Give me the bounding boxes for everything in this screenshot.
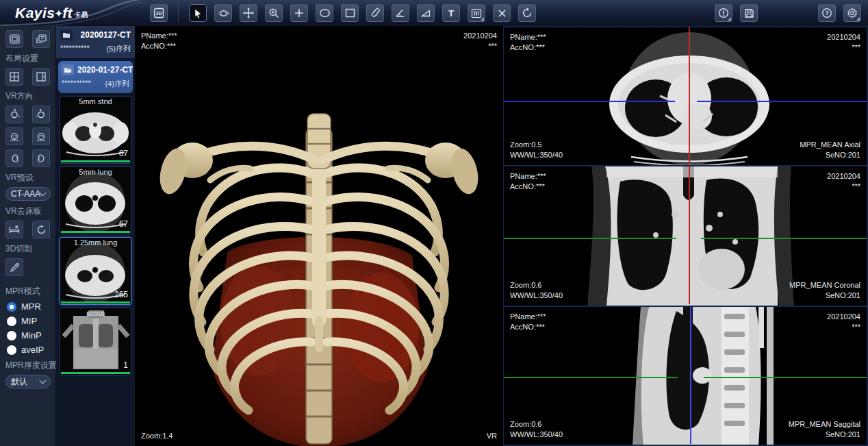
settings-button[interactable]: [843, 4, 861, 22]
vr-rotate-left-button[interactable]: [5, 106, 23, 123]
axial-crosshair-vertical[interactable]: [689, 27, 690, 164]
mpr-overlay-topleft: PName:*** AccNO:***: [510, 312, 546, 332]
logo-cn-text: 卡易: [74, 10, 88, 20]
series-number: SeNO:201: [800, 150, 860, 160]
zoom-tool-button[interactable]: [265, 4, 283, 22]
rotate-3d-button[interactable]: [214, 4, 232, 22]
series-thumbnail[interactable]: 5mm stnd 67: [60, 96, 131, 164]
mpr-plane-label: MPR_MEAN Axial: [800, 140, 860, 150]
report-info-button[interactable]: [715, 4, 732, 22]
series-thumbnail-selected[interactable]: 1.25mm lung 265: [60, 237, 131, 305]
radio-label: aveIP: [21, 345, 44, 355]
reset-view-button[interactable]: [518, 4, 536, 22]
vr-rotate-right-button[interactable]: [32, 106, 50, 123]
mpr-axial-viewport[interactable]: PName:*** AccNO:*** 20210204 *** Zoom:0.…: [503, 26, 868, 166]
grid-2x2-icon: [10, 72, 19, 82]
thumbnail-label: 5mm stnd: [60, 97, 131, 106]
masked-value: ***: [827, 182, 860, 192]
thumbnail-progress-bar: [61, 372, 130, 374]
study-item[interactable]: 20200127-CT ********** (5)序列: [56, 26, 135, 59]
zoom-icon: [268, 8, 279, 18]
accession-number: AccNO:***: [510, 42, 546, 53]
window-level-button[interactable]: [290, 4, 308, 22]
window-level: WW/WL:350/40: [510, 150, 563, 160]
coronal-crosshair-vertical[interactable]: [689, 166, 690, 304]
ellipse-tool-button[interactable]: [316, 4, 333, 22]
rectangle-icon: [345, 8, 355, 18]
radio-label: MinP: [21, 330, 42, 340]
series-thumbnail[interactable]: 5mm lung 67: [60, 166, 131, 234]
mpr-mode-radio-mpr[interactable]: MPR: [7, 301, 50, 312]
report-info-icon: [718, 8, 729, 18]
app-window: Kayis✦ft 卡易 2D: [0, 0, 868, 446]
axial-crosshair-horizontal[interactable]: [504, 101, 675, 102]
vr-left-view-icon: [10, 153, 20, 164]
mpr-overlay-bottomleft: Zoom:0.6 WW/WL:350/40: [510, 280, 563, 301]
pan-tool-button[interactable]: [240, 4, 257, 22]
rectangle-tool-button[interactable]: [341, 4, 359, 22]
thumbnail-label: scout: [60, 309, 131, 317]
save-disk-icon: [744, 8, 754, 18]
pointer-tool-button[interactable]: [189, 4, 207, 22]
vr-front-view-button[interactable]: [5, 127, 23, 145]
radio-checked-icon: [7, 302, 16, 312]
logo-text: ft: [62, 5, 73, 21]
grid-layout-button[interactable]: [5, 68, 23, 86]
study-date: 20210204: [827, 312, 860, 322]
patient-name: PName:***: [510, 312, 546, 322]
sagittal-crosshair-vertical[interactable]: [690, 307, 691, 444]
mpr-thickness-select[interactable]: 默认: [5, 375, 51, 388]
study-date: 20210204: [463, 31, 497, 41]
help-button[interactable]: ?: [818, 4, 836, 22]
remove-bed-button[interactable]: [5, 221, 23, 238]
axial-crosshair-horizontal[interactable]: [697, 101, 867, 102]
angle-tool-button[interactable]: [392, 4, 409, 22]
vr-right-view-button[interactable]: [32, 149, 50, 167]
patient-name: PName:***: [510, 171, 546, 182]
sagittal-crosshair-horizontal[interactable]: [504, 377, 678, 378]
vr-back-view-button[interactable]: [32, 127, 50, 145]
vr-bed-removal-label: VR去床板: [5, 206, 50, 217]
mpr-thickness-value: 默认: [11, 376, 40, 388]
save-button[interactable]: [740, 4, 758, 22]
masked-value: ***: [827, 322, 860, 332]
text-annotation-button[interactable]: T: [442, 4, 460, 22]
mpr-sagittal-viewport[interactable]: PName:*** AccNO:*** 20210204 *** Zoom:0.…: [503, 306, 868, 446]
series-thumbnail[interactable]: scout 1: [60, 308, 131, 375]
vr-mode-label: VR: [487, 431, 497, 441]
split-layout-button[interactable]: [32, 68, 50, 86]
delete-annotation-button[interactable]: [493, 4, 511, 22]
zoom-factor: Zoom:0.6: [510, 280, 563, 290]
mpr-mode-radio-mip[interactable]: MIP: [7, 316, 50, 326]
vr-viewport[interactable]: PName:*** AccNO:*** 20210204 *** Zoom:1.…: [135, 26, 503, 446]
cobb-angle-button[interactable]: [417, 4, 435, 22]
radio-label: MPR: [21, 301, 41, 312]
mpr-thickness-label: MPR厚度设置: [5, 360, 50, 371]
zoom-factor: Zoom:0.6: [510, 419, 563, 430]
thumbnail-label: 5mm lung: [60, 168, 131, 176]
logo-text: Kayis: [15, 5, 55, 21]
bed-reset-button[interactable]: [32, 221, 50, 238]
radio-icon: [7, 331, 16, 340]
sagittal-crosshair-horizontal[interactable]: [704, 377, 867, 378]
series-panel: 20200127-CT ********** (5)序列 2020-01-27-…: [56, 26, 135, 446]
mpr-mode-radio-minp[interactable]: MinP: [7, 330, 50, 340]
study-series-count: (4)序列: [105, 79, 129, 89]
study-series-count: (5)序列: [107, 44, 131, 54]
scalpel-cut-button[interactable]: [5, 258, 23, 276]
vr-preset-select[interactable]: CT-AAA: [5, 187, 51, 201]
delete-x-icon: [498, 9, 507, 18]
mpr-coronal-viewport[interactable]: PName:*** AccNO:*** 20210204 *** Zoom:0.…: [503, 166, 868, 306]
series-compare-button[interactable]: [468, 4, 485, 22]
2d-view-button[interactable]: 2D: [150, 4, 168, 22]
vr-left-view-button[interactable]: [5, 149, 23, 167]
study-item-selected[interactable]: 2020-01-27-CT ********** (4)序列: [58, 61, 133, 93]
mpr-mode-radio-aveip[interactable]: aveIP: [7, 345, 50, 355]
scalpel-icon: [10, 262, 20, 273]
screen-layout-button[interactable]: [5, 30, 23, 48]
coronal-crosshair-horizontal[interactable]: [504, 238, 676, 239]
coronal-crosshair-horizontal[interactable]: [701, 238, 867, 239]
panel-toggle-button[interactable]: [32, 30, 50, 48]
measure-tool-button[interactable]: [366, 4, 384, 22]
screen-layout-icon: [10, 34, 20, 44]
